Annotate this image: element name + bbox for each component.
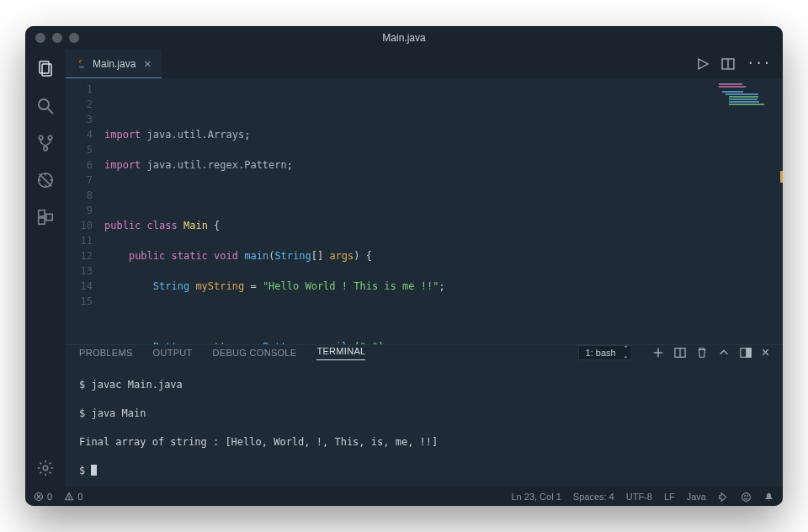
source-control-icon[interactable]: [35, 132, 56, 154]
status-smiley-icon[interactable]: [741, 492, 752, 503]
svg-point-2: [39, 99, 49, 109]
kill-terminal-icon[interactable]: [696, 347, 708, 359]
main-area: Main.java × ··· 123456789101112131415 im…: [66, 50, 783, 487]
svg-rect-0: [40, 61, 49, 73]
tab-terminal[interactable]: TERMINAL: [316, 346, 365, 360]
status-line-col[interactable]: Ln 23, Col 1: [511, 492, 561, 502]
debug-icon[interactable]: [35, 169, 56, 191]
status-encoding[interactable]: UTF-8: [626, 492, 652, 502]
code-editor[interactable]: 123456789101112131415 import java.util.A…: [66, 78, 783, 344]
explorer-icon[interactable]: [35, 58, 56, 80]
svg-rect-9: [39, 218, 45, 224]
bottom-panel: PROBLEMS OUTPUT DEBUG CONSOLE TERMINAL 1…: [66, 344, 783, 487]
activity-bar: [25, 50, 66, 487]
terminal-selector[interactable]: 1: bash: [578, 345, 632, 360]
status-feedback-icon[interactable]: [718, 492, 729, 503]
tab-debug-console[interactable]: DEBUG CONSOLE: [213, 348, 297, 358]
status-bell-icon[interactable]: [763, 492, 774, 503]
editor-tabs: Main.java × ···: [66, 50, 783, 78]
status-errors[interactable]: 0: [34, 492, 52, 502]
close-dot[interactable]: [35, 33, 45, 43]
status-spaces[interactable]: Spaces: 4: [573, 492, 614, 502]
svg-rect-1: [42, 64, 51, 76]
terminal-output[interactable]: $ javac Main.java $ java Main Final arra…: [66, 360, 783, 487]
minimize-dot[interactable]: [52, 33, 62, 43]
tab-close-icon[interactable]: ×: [144, 57, 151, 71]
window-title: Main.java: [382, 32, 425, 44]
svg-point-11: [43, 466, 48, 471]
split-terminal-icon[interactable]: [674, 347, 686, 359]
split-editor-icon[interactable]: [721, 57, 735, 71]
status-language[interactable]: Java: [687, 492, 706, 502]
editor-actions: ···: [696, 57, 783, 71]
svg-line-3: [48, 109, 53, 114]
titlebar: Main.java: [25, 26, 783, 50]
svg-rect-19: [747, 348, 751, 358]
svg-point-26: [744, 495, 745, 496]
more-actions-icon[interactable]: ···: [747, 57, 771, 71]
new-terminal-icon[interactable]: [652, 347, 664, 359]
editor-window: Main.java: [25, 26, 783, 506]
svg-point-6: [44, 146, 48, 151]
tab-output[interactable]: OUTPUT: [153, 348, 193, 358]
toggle-panel-icon[interactable]: [740, 347, 752, 359]
svg-point-24: [69, 498, 70, 499]
maximize-panel-icon[interactable]: [718, 347, 730, 359]
svg-rect-10: [46, 214, 52, 220]
minimap[interactable]: [719, 83, 778, 117]
code-content[interactable]: import java.util.Arrays; import java.uti…: [104, 78, 783, 344]
traffic-lights: [35, 33, 79, 43]
extensions-icon[interactable]: [35, 206, 56, 228]
tab-label: Main.java: [93, 58, 136, 70]
close-panel-icon[interactable]: ×: [762, 345, 769, 360]
terminal-cursor: [91, 465, 97, 476]
svg-point-25: [742, 492, 751, 501]
overview-ruler-mark: [780, 171, 783, 183]
status-bar: 0 0 Ln 23, Col 1 Spaces: 4 UTF-8 LF Java: [25, 487, 783, 506]
tab-problems[interactable]: PROBLEMS: [79, 348, 133, 358]
run-icon[interactable]: [696, 57, 710, 71]
svg-point-5: [48, 136, 52, 140]
svg-rect-8: [39, 210, 45, 216]
panel-tabs: PROBLEMS OUTPUT DEBUG CONSOLE TERMINAL 1…: [66, 345, 783, 360]
line-gutter: 123456789101112131415: [66, 78, 104, 344]
svg-point-4: [39, 136, 43, 140]
window-body: Main.java × ··· 123456789101112131415 im…: [25, 50, 783, 487]
java-file-icon: [76, 58, 88, 70]
zoom-dot[interactable]: [69, 33, 79, 43]
status-warnings[interactable]: 0: [64, 492, 82, 502]
status-eol[interactable]: LF: [664, 492, 675, 502]
settings-gear-icon[interactable]: [35, 457, 56, 479]
tab-main-java[interactable]: Main.java ×: [66, 50, 162, 78]
search-icon[interactable]: [35, 95, 56, 117]
svg-point-27: [747, 495, 748, 496]
